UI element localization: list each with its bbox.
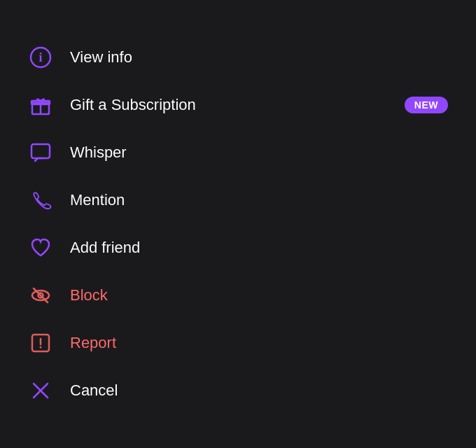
- menu-item-block[interactable]: Block: [0, 272, 476, 319]
- menu-item-add-friend[interactable]: Add friend: [0, 224, 476, 272]
- menu-label-add-friend: Add friend: [70, 239, 140, 257]
- gift-icon: [28, 92, 53, 118]
- menu-label-gift-subscription: Gift a Subscription: [70, 96, 196, 114]
- new-badge: NEW: [405, 97, 448, 113]
- report-icon: [28, 330, 53, 356]
- menu-label-block: Block: [70, 286, 108, 304]
- menu-label-mention: Mention: [70, 191, 125, 209]
- menu-item-gift-subscription[interactable]: Gift a Subscription NEW: [0, 81, 476, 129]
- svg-point-12: [40, 346, 42, 349]
- menu-item-cancel[interactable]: Cancel: [0, 367, 476, 414]
- svg-text:i: i: [38, 50, 42, 64]
- menu-container: i View info Gift a Subscription NE: [0, 0, 476, 448]
- menu-item-report[interactable]: Report: [0, 319, 476, 367]
- menu-label-whisper: Whisper: [70, 144, 127, 162]
- heart-icon: [28, 235, 53, 260]
- block-icon: [28, 283, 53, 308]
- menu-item-mention[interactable]: Mention: [0, 176, 476, 224]
- info-circle-icon: i: [28, 45, 53, 70]
- menu-item-whisper[interactable]: Whisper: [0, 129, 476, 176]
- menu-label-cancel: Cancel: [70, 382, 118, 400]
- menu-label-report: Report: [70, 334, 116, 352]
- menu-item-view-info[interactable]: i View info: [0, 34, 476, 81]
- svg-rect-6: [31, 144, 50, 158]
- phone-icon: [28, 188, 53, 213]
- x-icon: [28, 378, 53, 403]
- chat-icon: [28, 140, 53, 165]
- menu-label-view-info: View info: [70, 48, 132, 66]
